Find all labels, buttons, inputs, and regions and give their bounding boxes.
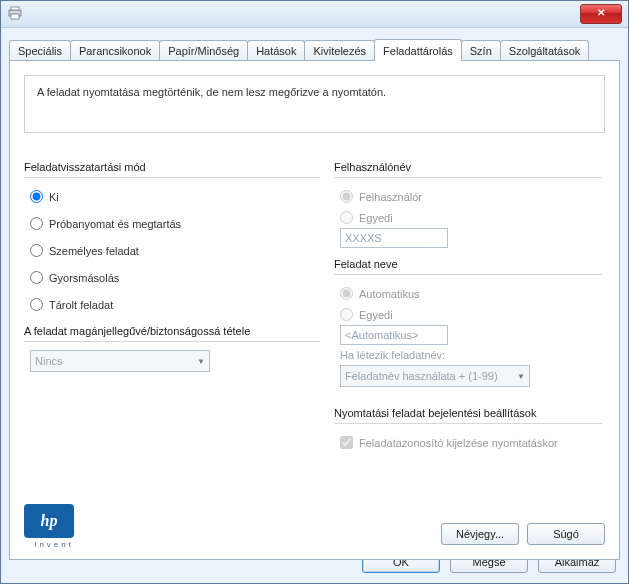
radio-label: Ki bbox=[49, 191, 59, 203]
divider bbox=[334, 274, 602, 275]
privacy-heading: A feladat magánjellegűvé/biztonságossá t… bbox=[24, 325, 320, 337]
tab-kivitelezes[interactable]: Kivitelezés bbox=[304, 40, 375, 60]
username-radio-user: Felhasználór bbox=[334, 186, 602, 207]
tab-label: Szolgáltatások bbox=[509, 45, 581, 57]
radio-label: Egyedi bbox=[359, 309, 393, 321]
tab-label: Parancsikonok bbox=[79, 45, 151, 57]
dialog-window: ✕ Speciális Parancsikonok Papír/Minőség … bbox=[0, 0, 629, 584]
radio-label: Felhasználór bbox=[359, 191, 422, 203]
jobname-exists-select: Feladatnév használata + (1-99) ▼ bbox=[340, 365, 530, 387]
radio-label: Próbanyomat és megtartás bbox=[49, 218, 181, 230]
tab-specialis[interactable]: Speciális bbox=[9, 40, 71, 60]
checkbox-label: Feladatazonosító kijelzése nyomtatáskor bbox=[359, 437, 558, 449]
tab-label: Hatások bbox=[256, 45, 296, 57]
radio-input bbox=[340, 211, 353, 224]
tab-label: Speciális bbox=[18, 45, 62, 57]
hp-logo-icon: hp bbox=[24, 504, 74, 538]
tab-label: Papír/Minőség bbox=[168, 45, 239, 57]
radio-label: Egyedi bbox=[359, 212, 393, 224]
divider bbox=[24, 177, 320, 178]
radio-input[interactable] bbox=[30, 217, 43, 230]
jobname-exists-label: Ha létezik feladatnév: bbox=[340, 349, 602, 361]
retention-radio-gyors[interactable]: Gyorsmásolás bbox=[24, 267, 320, 288]
tabbody-button-row: Névjegy... Súgó bbox=[441, 523, 605, 545]
radio-label: Automatikus bbox=[359, 288, 420, 300]
button-label: Névjegy... bbox=[456, 528, 504, 540]
logo-subtext: invent bbox=[24, 540, 74, 549]
svg-rect-1 bbox=[11, 7, 19, 10]
radio-label: Személyes feladat bbox=[49, 245, 139, 257]
logo: hp invent bbox=[24, 504, 74, 549]
select-value: Feladatnév használata + (1-99) bbox=[345, 370, 498, 382]
close-icon: ✕ bbox=[597, 7, 605, 18]
help-button[interactable]: Súgó bbox=[527, 523, 605, 545]
info-box: A feladat nyomtatása megtörténik, de nem… bbox=[24, 75, 605, 133]
divider bbox=[334, 177, 602, 178]
retention-radio-tarolt[interactable]: Tárolt feladat bbox=[24, 294, 320, 315]
retention-radio-proba[interactable]: Próbanyomat és megtartás bbox=[24, 213, 320, 234]
tab-papir-minoseg[interactable]: Papír/Minőség bbox=[159, 40, 248, 60]
tab-label: Szín bbox=[470, 45, 492, 57]
chevron-down-icon: ▼ bbox=[517, 372, 525, 381]
about-button[interactable]: Névjegy... bbox=[441, 523, 519, 545]
titlebar: ✕ bbox=[1, 1, 628, 28]
radio-input bbox=[340, 190, 353, 203]
tab-body: A feladat nyomtatása megtörténik, de nem… bbox=[9, 60, 620, 560]
radio-input bbox=[340, 308, 353, 321]
username-input bbox=[340, 228, 448, 248]
tab-szolgaltatasok[interactable]: Szolgáltatások bbox=[500, 40, 590, 60]
tab-feladattarolas[interactable]: Feladattárolás bbox=[374, 39, 462, 61]
tab-label: Kivitelezés bbox=[313, 45, 366, 57]
select-value: Nincs bbox=[35, 355, 63, 367]
retention-radio-szemelyes[interactable]: Személyes feladat bbox=[24, 240, 320, 261]
radio-input[interactable] bbox=[30, 244, 43, 257]
tab-label: Feladattárolás bbox=[383, 45, 453, 57]
radio-input[interactable] bbox=[30, 190, 43, 203]
divider bbox=[334, 423, 602, 424]
close-button[interactable]: ✕ bbox=[580, 4, 622, 24]
button-label: Súgó bbox=[553, 528, 579, 540]
jobname-radio-custom: Egyedi bbox=[334, 304, 602, 325]
left-column: Feladatvisszatartási mód Ki Próbanyomat … bbox=[24, 161, 320, 372]
tab-strip: Speciális Parancsikonok Papír/Minőség Ha… bbox=[1, 28, 628, 60]
radio-label: Tárolt feladat bbox=[49, 299, 113, 311]
tab-parancsikonok[interactable]: Parancsikonok bbox=[70, 40, 160, 60]
right-column: Felhasználónév Felhasználór Egyedi Felad… bbox=[334, 161, 602, 453]
logo-text: hp bbox=[41, 512, 58, 530]
divider bbox=[24, 341, 320, 342]
retention-heading: Feladatvisszatartási mód bbox=[24, 161, 320, 173]
retention-radio-ki[interactable]: Ki bbox=[24, 186, 320, 207]
username-radio-custom: Egyedi bbox=[334, 207, 602, 228]
info-text: A feladat nyomtatása megtörténik, de nem… bbox=[37, 86, 386, 98]
jobname-radio-auto: Automatikus bbox=[334, 283, 602, 304]
tab-hatasok[interactable]: Hatások bbox=[247, 40, 305, 60]
radio-input[interactable] bbox=[30, 298, 43, 311]
username-heading: Felhasználónév bbox=[334, 161, 602, 173]
chevron-down-icon: ▼ bbox=[197, 357, 205, 366]
checkbox-input bbox=[340, 436, 353, 449]
notify-heading: Nyomtatási feladat bejelentési beállítás… bbox=[334, 407, 602, 419]
jobname-input bbox=[340, 325, 448, 345]
printer-icon bbox=[7, 6, 23, 20]
privacy-select: Nincs ▼ bbox=[30, 350, 210, 372]
jobname-heading: Feladat neve bbox=[334, 258, 602, 270]
radio-input bbox=[340, 287, 353, 300]
svg-rect-2 bbox=[11, 14, 19, 19]
radio-input[interactable] bbox=[30, 271, 43, 284]
tab-szin[interactable]: Szín bbox=[461, 40, 501, 60]
radio-label: Gyorsmásolás bbox=[49, 272, 119, 284]
notify-checkbox-row: Feladatazonosító kijelzése nyomtatáskor bbox=[334, 432, 602, 453]
